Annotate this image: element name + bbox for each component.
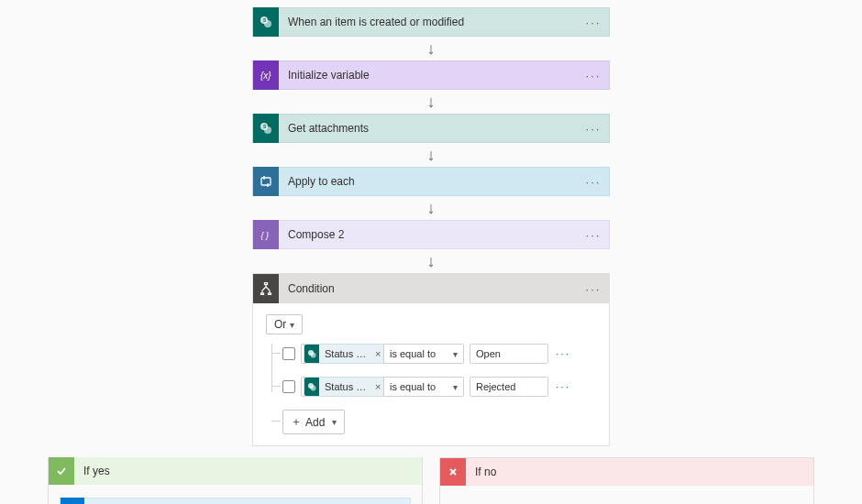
operator-label: is equal to bbox=[390, 381, 436, 392]
check-icon bbox=[49, 457, 74, 485]
svg-point-15 bbox=[311, 386, 316, 391]
ellipsis-icon[interactable]: ··· bbox=[554, 380, 572, 393]
rule-left-operand[interactable]: Status Va... × bbox=[301, 344, 378, 364]
svg-point-13 bbox=[311, 353, 316, 358]
step-initialize-variable[interactable]: {x} Initialize variable ··· bbox=[252, 60, 610, 90]
step-label: When an item is created or modified bbox=[279, 16, 578, 28]
arrow-down-icon: ↓ bbox=[427, 93, 436, 110]
branch-header[interactable]: If no bbox=[440, 458, 813, 486]
chevron-down-icon: ▾ bbox=[290, 320, 294, 330]
chevron-down-icon: ▾ bbox=[332, 417, 337, 427]
chevron-down-icon: ▾ bbox=[453, 382, 458, 392]
step-label: Apply to each bbox=[279, 175, 578, 188]
svg-rect-9 bbox=[265, 283, 268, 285]
ellipsis-icon[interactable]: ··· bbox=[578, 122, 609, 136]
rules-list: Status Va... × is equal to ▾ Open ··· bbox=[282, 344, 596, 434]
svg-text:{x}: {x} bbox=[260, 71, 271, 81]
dynamic-token: Status Va... × bbox=[304, 377, 386, 397]
compose-icon: { } bbox=[253, 220, 279, 249]
arrow-down-icon: ↓ bbox=[427, 147, 436, 163]
rule-checkbox[interactable] bbox=[282, 380, 295, 393]
step-label: Get attachments bbox=[279, 122, 578, 135]
branch-label: If no bbox=[466, 466, 496, 478]
step-compose[interactable]: { } Compose 2 ··· bbox=[252, 220, 610, 249]
condition-header[interactable]: Condition ··· bbox=[253, 274, 609, 303]
rule-left-operand[interactable]: Status Va... × bbox=[301, 377, 378, 397]
flow-canvas: S When an item is created or modified ··… bbox=[0, 0, 862, 504]
step-get-attachments[interactable]: S Get attachments ··· bbox=[252, 114, 610, 143]
svg-text:{ }: { } bbox=[261, 231, 270, 240]
group-operator-select[interactable]: Or ▾ bbox=[266, 314, 303, 334]
close-icon bbox=[440, 458, 466, 486]
condition-card: Condition ··· Or ▾ Status Va... × bbox=[252, 273, 610, 446]
sharepoint-icon: S bbox=[253, 114, 279, 143]
rule-value-input[interactable]: Rejected bbox=[470, 377, 548, 397]
svg-rect-7 bbox=[261, 178, 271, 185]
condition-rule: Status Va... × is equal to ▾ Open ··· bbox=[282, 344, 596, 364]
chevron-down-icon: ▾ bbox=[453, 349, 458, 359]
condition-branches: If yes O Send an email (V2) ··· If no Ad… bbox=[0, 446, 862, 504]
rule-checkbox[interactable] bbox=[282, 347, 295, 360]
step-label: Initialize variable bbox=[279, 69, 578, 82]
rule-operator-select[interactable]: is equal to ▾ bbox=[383, 377, 464, 397]
operator-label: is equal to bbox=[390, 348, 436, 359]
ellipsis-icon[interactable]: ··· bbox=[578, 228, 609, 242]
ellipsis-icon[interactable]: ··· bbox=[578, 16, 609, 29]
ellipsis-icon[interactable]: ··· bbox=[578, 175, 609, 189]
add-label: Add bbox=[305, 416, 325, 429]
ellipsis-icon[interactable]: ··· bbox=[578, 69, 609, 82]
step-trigger[interactable]: S When an item is created or modified ··… bbox=[252, 7, 610, 37]
rule-operator-select[interactable]: is equal to ▾ bbox=[383, 344, 464, 364]
branch-body: O Send an email (V2) ··· bbox=[49, 485, 422, 504]
dynamic-token: Status Va... × bbox=[304, 344, 386, 364]
step-apply-to-each[interactable]: Apply to each ··· bbox=[252, 167, 610, 196]
value-text: Rejected bbox=[476, 381, 515, 392]
add-rule-row: ＋ Add ▾ bbox=[282, 410, 596, 434]
condition-title: Condition bbox=[279, 282, 578, 295]
arrow-down-icon: ↓ bbox=[427, 253, 436, 269]
branch-body: Add an action bbox=[440, 486, 813, 504]
branch-if-yes: If yes O Send an email (V2) ··· bbox=[48, 457, 423, 504]
svg-rect-10 bbox=[261, 293, 264, 295]
outlook-icon: O bbox=[61, 498, 84, 504]
token-label: Status Va... bbox=[319, 348, 370, 359]
branch-label: If yes bbox=[74, 465, 110, 477]
variable-icon: {x} bbox=[253, 60, 279, 90]
ellipsis-icon[interactable]: ··· bbox=[554, 347, 572, 360]
step-label: Compose 2 bbox=[279, 228, 578, 241]
condition-icon bbox=[253, 274, 279, 303]
rule-value-input[interactable]: Open bbox=[470, 344, 548, 364]
group-operator-label: Or bbox=[274, 318, 286, 331]
branch-header[interactable]: If yes bbox=[49, 457, 422, 485]
add-button[interactable]: ＋ Add ▾ bbox=[282, 410, 345, 434]
arrow-down-icon: ↓ bbox=[427, 200, 436, 216]
sharepoint-icon bbox=[304, 345, 319, 363]
action-send-email[interactable]: O Send an email (V2) ··· bbox=[60, 498, 411, 504]
svg-rect-11 bbox=[269, 293, 271, 295]
arrow-down-icon: ↓ bbox=[427, 40, 436, 57]
sharepoint-icon: S bbox=[253, 7, 279, 37]
token-label: Status Va... bbox=[319, 381, 370, 392]
condition-body: Or ▾ Status Va... × is equal to bbox=[253, 303, 609, 445]
branch-if-no: If no Add an action bbox=[439, 457, 814, 504]
condition-rule: Status Va... × is equal to ▾ Rejected ··… bbox=[282, 377, 596, 397]
sharepoint-icon bbox=[304, 378, 319, 396]
loop-icon bbox=[253, 167, 279, 196]
ellipsis-icon[interactable]: ··· bbox=[578, 282, 609, 296]
value-text: Open bbox=[476, 348, 501, 359]
plus-icon: ＋ bbox=[291, 414, 302, 430]
